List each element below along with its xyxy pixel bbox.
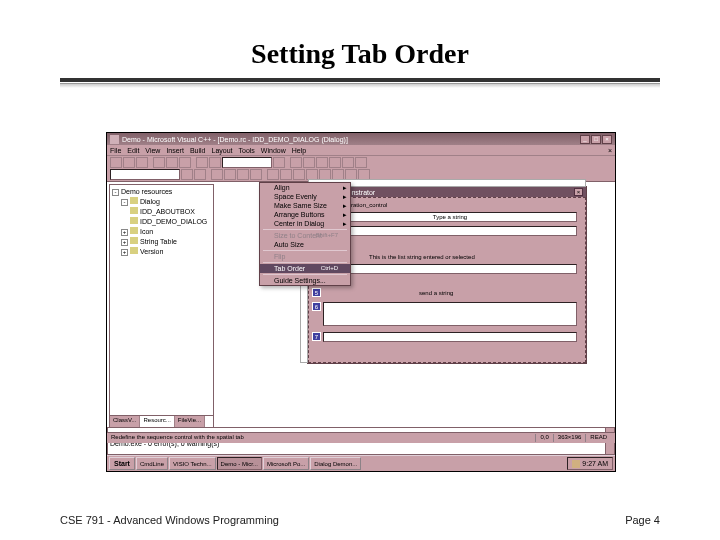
toolbar-button[interactable] — [329, 157, 341, 168]
edit-field[interactable] — [323, 264, 577, 274]
menu-help[interactable]: Help — [292, 147, 306, 154]
menu-tools[interactable]: Tools — [239, 147, 255, 154]
toolbar-button[interactable] — [123, 157, 135, 168]
toolbar-button[interactable] — [209, 157, 221, 168]
mdi-close-button[interactable]: × — [608, 147, 612, 154]
taskbar-button[interactable]: CmdLine — [136, 457, 168, 470]
tree-item-aboutbox[interactable]: IDD_ABOUTBOX — [112, 207, 211, 217]
menu-item-align[interactable]: Align▸ — [260, 183, 350, 192]
menu-file[interactable]: File — [110, 147, 121, 154]
menu-build[interactable]: Build — [190, 147, 206, 154]
toolbar-combo[interactable] — [110, 169, 180, 180]
toolbar-button[interactable] — [237, 169, 249, 180]
menu-separator — [263, 250, 347, 251]
taskbar-button[interactable]: VISIO Techn... — [169, 457, 216, 470]
clock: 9:27 AM — [582, 460, 608, 467]
menu-edit[interactable]: Edit — [127, 147, 139, 154]
toolbar-button[interactable] — [196, 157, 208, 168]
menu-item-arrange[interactable]: Arrange Buttons▸ — [260, 210, 350, 219]
toolbar-button[interactable] — [355, 157, 367, 168]
toolbar-button[interactable] — [316, 157, 328, 168]
footer-left: CSE 791 - Advanced Windows Programming — [60, 514, 279, 526]
edit-field[interactable] — [323, 332, 577, 342]
toolbar-button[interactable] — [342, 157, 354, 168]
vs-client-area: -Demo resources -Dialog IDD_ABOUTBOX IDD… — [107, 182, 615, 430]
tree-folder-version[interactable]: +Version — [112, 247, 211, 257]
dialog-icon — [130, 217, 138, 224]
submenu-arrow-icon: ▸ — [343, 220, 347, 228]
toolbar-button[interactable] — [179, 157, 191, 168]
toolbar-button[interactable] — [136, 157, 148, 168]
slide-title: Setting Tab Order — [0, 0, 720, 70]
tab-order-badge[interactable]: 7 — [312, 332, 321, 341]
menu-item-same-size[interactable]: Make Same Size▸ — [260, 201, 350, 210]
menu-layout[interactable]: Layout — [211, 147, 232, 154]
menu-window[interactable]: Window — [261, 147, 286, 154]
start-button[interactable]: Start — [109, 457, 135, 470]
workspace-tabs: ClassV... Resourc... FileVie... — [110, 415, 213, 427]
vs-screenshot: Demo - Microsoft Visual C++ - [Demo.rc -… — [106, 132, 616, 472]
toolbar-button[interactable] — [303, 157, 315, 168]
dialog-close-button[interactable]: × — [574, 188, 583, 196]
listbox-field[interactable] — [323, 302, 577, 326]
menubar: File Edit View Insert Build Layout Tools… — [107, 145, 615, 156]
status-text: Redefine the sequence control with the s… — [111, 434, 535, 442]
menu-item-tab-order[interactable]: Tab OrderCtrl+D — [260, 264, 350, 273]
taskbar-button[interactable]: Dialog Demon... — [310, 457, 361, 470]
taskbar: Start CmdLine VISIO Techn... Demo - Micr… — [107, 455, 615, 471]
toolbar-button[interactable] — [194, 169, 206, 180]
toolbar-button[interactable] — [110, 157, 122, 168]
edit-field[interactable]: Type a string — [323, 212, 577, 222]
toolbar-button[interactable] — [280, 169, 292, 180]
taskbar-button[interactable]: Microsoft Po... — [263, 457, 309, 470]
toolbar-button[interactable] — [166, 157, 178, 168]
tree-folder-string[interactable]: +String Table — [112, 237, 211, 247]
status-cell-read: READ — [585, 434, 611, 442]
toolbar-button[interactable] — [224, 169, 236, 180]
folder-icon — [130, 197, 138, 204]
folder-icon — [130, 247, 138, 254]
tree-item-demo-dialog[interactable]: IDD_DEMO_DIALOG — [112, 217, 211, 227]
status-cell-size: 363×196 — [553, 434, 586, 442]
menu-item-auto-size[interactable]: Auto Size — [260, 240, 350, 249]
toolbar-button[interactable] — [267, 169, 279, 180]
footer-right: Page 4 — [625, 514, 660, 526]
resource-tree[interactable]: -Demo resources -Dialog IDD_ABOUTBOX IDD… — [110, 185, 213, 415]
maximize-button[interactable]: □ — [591, 135, 601, 144]
tab-order-badge[interactable]: 6 — [312, 302, 321, 311]
taskbar-button-active[interactable]: Demo - Micr... — [217, 457, 262, 470]
tab-resourceview[interactable]: Resourc... — [140, 416, 174, 427]
toolbar-button[interactable] — [273, 157, 285, 168]
tree-root[interactable]: -Demo resources — [112, 187, 211, 197]
menu-view[interactable]: View — [145, 147, 160, 154]
tree-folder-dialog[interactable]: -Dialog — [112, 197, 211, 207]
system-tray[interactable]: 9:27 AM — [567, 457, 613, 470]
static-label: send a string — [419, 290, 453, 296]
menu-item-guide-settings[interactable]: Guide Settings... — [260, 276, 350, 285]
edit-field[interactable] — [323, 226, 577, 236]
toolbar-button[interactable] — [153, 157, 165, 168]
menu-separator — [263, 274, 347, 275]
workspace-panel: -Demo resources -Dialog IDD_ABOUTBOX IDD… — [109, 184, 214, 428]
tray-icon[interactable] — [572, 460, 580, 468]
toolbar-button[interactable] — [181, 169, 193, 180]
toolbar-button[interactable] — [290, 157, 302, 168]
tab-fileview[interactable]: FileVie... — [175, 416, 205, 427]
app-icon — [110, 135, 119, 144]
toolbar-button[interactable] — [211, 169, 223, 180]
toolbar-button[interactable] — [250, 169, 262, 180]
title-rule-shadow — [60, 84, 660, 88]
menu-item-center[interactable]: Center in Dialog▸ — [260, 219, 350, 228]
menu-separator — [263, 262, 347, 263]
statusbar: Redefine the sequence control with the s… — [107, 432, 615, 443]
menu-insert[interactable]: Insert — [166, 147, 184, 154]
tab-order-badge[interactable]: 5 — [312, 288, 321, 297]
close-button[interactable]: × — [602, 135, 612, 144]
tab-classview[interactable]: ClassV... — [110, 416, 140, 427]
toolbar-combo[interactable] — [222, 157, 272, 168]
folder-icon — [130, 237, 138, 244]
minimize-button[interactable]: _ — [580, 135, 590, 144]
tree-folder-icon[interactable]: +Icon — [112, 227, 211, 237]
menu-item-space[interactable]: Space Evenly▸ — [260, 192, 350, 201]
toolbar-button[interactable] — [293, 169, 305, 180]
